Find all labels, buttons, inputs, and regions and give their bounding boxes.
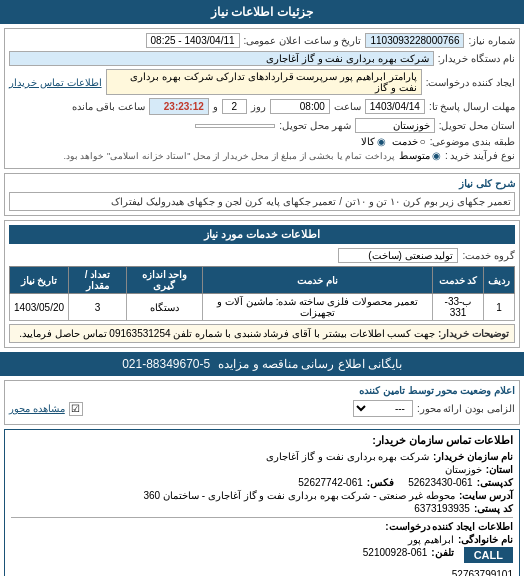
creator-name-value: ابراهیم پور <box>408 534 454 545</box>
group-label: گروه خدمت: <box>462 250 515 261</box>
radio-kala-circle: ◉ <box>377 136 386 147</box>
radio-khadamat: ○ خدمت <box>392 136 426 147</box>
category-label: طبقه بندی موضوعی: <box>430 136 515 147</box>
tender-number-value: 1103093228000766 <box>365 33 464 48</box>
note-row: توضیحات خریدار: جهت کسب اطلاعات بیشتر با… <box>9 324 515 343</box>
phone-value2: 52763799101 <box>452 569 513 576</box>
top-info-section: شماره نیاز: 1103093228000766 تاریخ و ساع… <box>4 28 520 169</box>
deadline-row: مهلت ارسال پاسخ تا: 1403/04/14 ساعت 08:0… <box>9 98 515 115</box>
address-label: آدرس سایت: <box>459 490 513 501</box>
category-row: طبقه بندی موضوعی: ○ خدمت ◉ کالا <box>9 136 515 147</box>
requester-label: نام دستگاه خریدار: <box>438 53 515 64</box>
province-line: استان: خوزستان <box>11 464 513 475</box>
fax-label: فکس: <box>367 477 394 488</box>
address-value: محوطه غیر صنعتی - شرکت بهره برداری نفت و… <box>143 490 454 501</box>
address-line: آدرس سایت: محوطه غیر صنعتی - شرکت بهره ب… <box>11 490 513 501</box>
contact-title: اطلاعات تماس سازمان خریدار: <box>11 434 513 447</box>
phone2-line: 52763799101 <box>11 569 513 576</box>
group-value: تولید صنعتی (ساخت) <box>338 248 458 263</box>
buyer-name-label: نام سازمان خریدار: <box>433 451 513 462</box>
col-date: تاریخ نیاز <box>10 267 69 294</box>
cell-amount: 3 <box>69 294 127 321</box>
city-label: شهر محل تحویل: <box>279 120 350 131</box>
contact-section: اطلاعات تماس سازمان خریدار: نام سازمان خ… <box>4 429 520 576</box>
buyer-name-line: نام سازمان خریدار: شرکت بهره برداری نفت … <box>11 451 513 462</box>
creator-name-line: نام خانوادگی: ابراهیم پور <box>11 534 513 545</box>
cell-date: 1403/05/20 <box>10 294 69 321</box>
view-provider-link[interactable]: مشاهده محور <box>9 403 65 414</box>
deadline-time: 08:00 <box>270 99 330 114</box>
service-desc: تعمیر جکهای زیر بوم کرن ۱۰ تن و ۱۰تن / ت… <box>9 192 515 211</box>
radio-متوسط: ◉ متوسط <box>399 150 441 161</box>
bottom-nav: بایگانی اطلاع رسانی مناقصه و مزایده 021-… <box>0 352 524 376</box>
radio-kala-label: کالا <box>361 136 375 147</box>
purchase-radio-group: ◉ متوسط <box>399 150 441 161</box>
tender-number-row: شماره نیاز: 1103093228000766 تاریخ و ساع… <box>9 33 515 48</box>
remaining-suffix: ساعت باقی مانده <box>72 101 145 112</box>
creator-value: پارامتر ابراهیم پور سرپرست قراردادهای تد… <box>106 69 422 95</box>
radio-kala: ◉ کالا <box>361 136 386 147</box>
purchase-type-row: نوع فرآیند خرید : ◉ متوسط پرداخت تمام یا… <box>9 150 515 161</box>
checkbox-checked-icon: ☑ <box>71 403 80 414</box>
creator-row: ایجاد کننده درخواست: پارامتر ابراهیم پور… <box>9 69 515 95</box>
postal-value: 52623430-061 <box>408 477 473 488</box>
cell-code: ب-33-331 <box>432 294 483 321</box>
time-label: ساعت <box>334 101 361 112</box>
col-unit: واحد اندازه گیری <box>126 267 202 294</box>
tender-number-label: شماره نیاز: <box>468 35 515 46</box>
call-badge: CALL <box>464 547 513 563</box>
fax-value: 52627742-061 <box>298 477 363 488</box>
cell-row: 1 <box>484 294 515 321</box>
phone-label: تلفن: <box>431 547 453 567</box>
requester-row: نام دستگاه خریدار: شرکت بهره برداری نفت … <box>9 51 515 66</box>
creator-info-line: اطلاعات ایجاد کننده درخواست: <box>11 521 513 532</box>
purchase-type-label: نوع فرآیند خرید : <box>445 150 515 161</box>
col-name: نام خدمت <box>202 267 432 294</box>
table-row: 1ب-33-331تعمیر محصولات فلزی ساخته شده: م… <box>10 294 515 321</box>
postal2-label: کد پستی: <box>474 503 513 514</box>
remaining-day-label: روز <box>251 101 266 112</box>
bottom-nav-text: بایگانی اطلاع رسانی مناقصه و مزایده <box>218 357 402 371</box>
buyer-name-value: شرکت بهره برداری نفت و گاز آغاجاری <box>266 451 429 462</box>
contact-province-value: خوزستان <box>445 464 482 475</box>
radio-متوسط-circle: ◉ <box>432 150 441 161</box>
cell-name: تعمیر محصولات فلزی ساخته شده: ماشین آلات… <box>202 294 432 321</box>
col-row: ردیف <box>484 267 515 294</box>
provider-row: الزامی بودن ارائه محور: --- ☑ مشاهده محو… <box>9 400 515 417</box>
supplier-select[interactable]: --- <box>353 400 413 417</box>
group-row: گروه خدمت: تولید صنعتی (ساخت) <box>9 248 515 263</box>
cell-unit: دستگاه <box>126 294 202 321</box>
note-label: توضیحات خریدار: <box>438 328 509 339</box>
contact-info-link[interactable]: اطلاعات تماس خریدار <box>9 77 102 88</box>
bottom-nav-phone: 021-88349670-5 <box>122 357 210 371</box>
date-value: 1403/04/11 - 08:25 <box>146 33 240 48</box>
city-value <box>195 124 275 128</box>
deadline-date: 1403/04/14 <box>365 99 425 114</box>
service-title: شرح کلی نیاز <box>9 178 515 189</box>
requester-value: شرکت بهره برداری نفت و گاز آغاجاری <box>9 51 434 66</box>
remaining-days: 2 <box>222 99 247 114</box>
provider-title: اعلام وضعیت محور توسط تامین کننده <box>9 385 515 396</box>
and-label: و <box>213 101 218 112</box>
remaining-clock: 23:23:12 <box>149 98 209 115</box>
provider-checkbox[interactable]: ☑ <box>69 402 83 416</box>
contact-province-label: استان: <box>486 464 513 475</box>
province-row: استان محل تحویل: خوزستان شهر محل تحویل: <box>9 118 515 133</box>
creator-info-label: اطلاعات ایجاد کننده درخواست: <box>385 521 513 532</box>
province-label: استان محل تحویل: <box>439 120 515 131</box>
service-info-title: اطلاعات خدمات مورد نیاز <box>9 225 515 244</box>
creator-name-label: نام خانوادگی: <box>458 534 513 545</box>
supplier-label: الزامی بودن ارائه محور: <box>417 403 515 414</box>
service-desc-section: شرح کلی نیاز تعمیر جکهای زیر بوم کرن ۱۰ … <box>4 173 520 216</box>
radio-khadamat-label: خدمت <box>392 136 418 147</box>
category-radio-group: ○ خدمت ◉ کالا <box>361 136 426 147</box>
service-info-section: اطلاعات خدمات مورد نیاز گروه خدمت: تولید… <box>4 220 520 348</box>
col-amount: تعداد / مقدار <box>69 267 127 294</box>
radio-khadamat-circle: ○ <box>420 136 426 147</box>
postal2-line: کد پستی: 6373193935 <box>11 503 513 514</box>
date-label: تاریخ و ساعت اعلان عمومی: <box>244 35 362 46</box>
purchase-note: پرداخت تمام یا بخشی از مبلغ از محل خریدا… <box>9 151 395 161</box>
phone-value1: 52100928-061 <box>363 547 428 567</box>
provider-section: اعلام وضعیت محور توسط تامین کننده الزامی… <box>4 380 520 425</box>
page-title: جزئیات اطلاعات نیاز <box>0 0 524 24</box>
